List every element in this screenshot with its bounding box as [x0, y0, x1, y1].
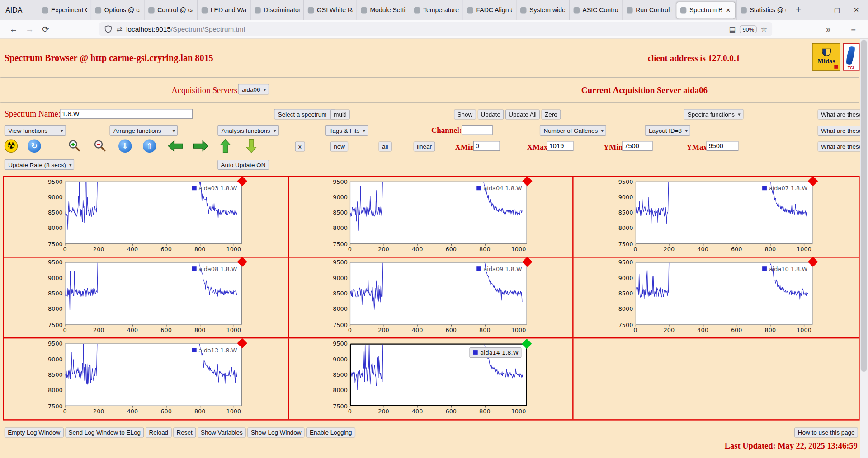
expand-icon[interactable]: ⇑	[143, 140, 156, 153]
spectrum-cell-aida13[interactable]: 75008000850090009500aida13 1.8.W02004006…	[4, 338, 289, 419]
plot-area[interactable]: aida04 1.8.W	[350, 181, 527, 243]
next-arrow-icon[interactable]	[193, 140, 208, 151]
enable-logging-button[interactable]: Enable Logging	[307, 428, 355, 438]
new-button[interactable]: new	[330, 141, 348, 151]
spectrum-chart-aida07[interactable]: 75008000850090009500aida07 1.8.W02004006…	[619, 181, 814, 252]
back-icon[interactable]: ←	[5, 24, 22, 34]
browser-tab[interactable]: Module Settin	[357, 0, 410, 20]
xmin-input[interactable]	[473, 141, 500, 151]
update-button[interactable]: Update	[477, 109, 504, 119]
multi-button[interactable]: multi	[330, 109, 350, 119]
browser-tab[interactable]: Options @ car	[91, 0, 144, 20]
number-of-galleries-dropdown[interactable]: Number of Galleries▾	[540, 125, 606, 136]
ymax-input[interactable]	[706, 141, 738, 151]
minimize-icon[interactable]: ─	[816, 6, 821, 14]
browser-tab[interactable]: System wide C	[516, 0, 570, 20]
plot-area[interactable]: aida07 1.8.W	[635, 181, 812, 243]
refresh-globe-icon[interactable]: ↻	[28, 140, 41, 153]
plot-area[interactable]: aida03 1.8.W	[65, 181, 242, 243]
zoom-level-badge[interactable]: 90%	[740, 25, 757, 33]
browser-tab[interactable]: ASIC Control (	[569, 0, 623, 20]
zero-button[interactable]: Zero	[542, 109, 561, 119]
forward-icon[interactable]: →	[22, 24, 38, 34]
down-arrow-icon[interactable]	[246, 139, 257, 153]
x-button[interactable]: x	[295, 141, 305, 151]
browser-tab[interactable]: FADC Align &	[463, 0, 516, 20]
menu-icon[interactable]: ≡	[845, 24, 862, 34]
zoom-out-icon[interactable]	[93, 139, 108, 153]
spectrum-chart-aida03[interactable]: 75008000850090009500aida03 1.8.W02004006…	[48, 181, 243, 252]
plot-area[interactable]: aida08 1.8.W	[65, 262, 242, 324]
arrange-functions-dropdown[interactable]: Arrange functions▾	[109, 125, 178, 136]
spectrum-cell-aida07[interactable]: 75008000850090009500aida07 1.8.W02004006…	[574, 177, 859, 258]
plot-area[interactable]: aida09 1.8.W	[350, 262, 527, 324]
spectrum-cell-aida09[interactable]: 75008000850090009500aida09 1.8.W02004006…	[289, 258, 574, 339]
spectrum-cell-aida08[interactable]: 75008000850090009500aida08 1.8.W02004006…	[4, 258, 289, 339]
browser-tab[interactable]: Control @ car	[144, 0, 198, 20]
url-bar[interactable]: ⇄ localhost:8015/Spectrum/Spectrum.tml ▤…	[99, 22, 772, 36]
view-functions-dropdown[interactable]: View functions▾	[5, 125, 66, 136]
browser-tab[interactable]: Statistics @ ca	[736, 0, 790, 20]
update-rate-dropdown[interactable]: Update Rate (8 secs)▾	[5, 159, 75, 170]
spectrum-chart-aida10[interactable]: 75008000850090009500aida10 1.8.W02004006…	[619, 262, 814, 333]
collapse-icon[interactable]: ⇓	[118, 140, 132, 153]
plot-area[interactable]: aida13 1.8.W	[65, 343, 242, 406]
midas-logo[interactable]: Midas	[812, 43, 840, 71]
browser-tab[interactable]: Temperature a	[410, 0, 463, 20]
reload-icon[interactable]: ⟳	[38, 24, 54, 34]
browser-tab[interactable]: Experiment Co	[38, 0, 91, 20]
how-to-use-button[interactable]: How to use this page	[794, 428, 858, 438]
reload-button[interactable]: Reload	[146, 428, 171, 438]
plot-area[interactable]: aida10 1.8.W	[635, 262, 812, 324]
zoom-in-icon[interactable]	[67, 139, 82, 153]
spectrum-cell-aida10[interactable]: 75008000850090009500aida10 1.8.W02004006…	[574, 258, 859, 339]
spectrum-chart-aida08[interactable]: 75008000850090009500aida08 1.8.W02004006…	[48, 262, 243, 333]
new-tab-button[interactable]: +	[790, 5, 807, 15]
bookmark-star-icon[interactable]: ☆	[761, 25, 767, 33]
prev-arrow-icon[interactable]	[168, 140, 183, 151]
ymin-input[interactable]	[622, 141, 652, 151]
radiation-icon[interactable]: ☢	[5, 140, 18, 153]
auto-update-button[interactable]: Auto Update ON	[217, 160, 269, 170]
maximize-icon[interactable]: ▢	[834, 6, 840, 14]
reader-mode-icon[interactable]: ▤	[729, 25, 736, 33]
tags-fits-dropdown[interactable]: Tags & Fits▾	[326, 125, 368, 136]
all-button[interactable]: all	[379, 141, 392, 151]
spectrum-cell-aida03[interactable]: 75008000850090009500aida03 1.8.W02004006…	[4, 177, 289, 258]
spectrum-name-input[interactable]	[60, 109, 193, 119]
channel-input[interactable]	[462, 125, 493, 135]
acquisition-server-select[interactable]: aida06▾	[238, 84, 269, 94]
analysis-functions-dropdown[interactable]: Analysis functions▾	[217, 125, 278, 136]
browser-tab[interactable]: Discriminator	[250, 0, 304, 20]
layout-id-dropdown[interactable]: Layout ID=8▾	[645, 125, 691, 136]
xmax-input[interactable]	[547, 141, 574, 151]
scrollbar-thumb[interactable]	[861, 40, 867, 372]
select-spectrum-dropdown[interactable]: Select a spectrum▾	[274, 109, 335, 119]
show-variables-button[interactable]: Show Variables	[198, 428, 246, 438]
tab-close-icon[interactable]: ×	[725, 6, 731, 14]
reset-button[interactable]: Reset	[173, 428, 196, 438]
spectrum-chart-aida13[interactable]: 75008000850090009500aida13 1.8.W02004006…	[48, 343, 243, 415]
spectra-functions-dropdown[interactable]: Spectra functions▾	[684, 109, 743, 119]
shield-icon[interactable]	[104, 25, 112, 33]
up-arrow-icon[interactable]	[220, 139, 231, 153]
browser-tab[interactable]: GSI White Rab	[303, 0, 357, 20]
spectrum-chart-aida09[interactable]: 75008000850090009500aida09 1.8.W02004006…	[333, 262, 528, 333]
plot-area[interactable]: aida14 1.8.W	[350, 343, 527, 406]
browser-tab-active[interactable]: Spectrum Br×	[677, 2, 736, 18]
spectrum-cell-aida04[interactable]: 75008000850090009500aida04 1.8.W02004006…	[289, 177, 574, 258]
scrollbar[interactable]	[860, 39, 868, 458]
update-all-button[interactable]: Update All	[505, 109, 540, 119]
show-button[interactable]: Show	[454, 109, 476, 119]
tcl-logo[interactable]: TCL	[843, 43, 860, 71]
url-text[interactable]: localhost:8015/Spectrum/Spectrum.tml	[126, 25, 245, 33]
connection-icon[interactable]: ⇄	[116, 25, 122, 33]
spectrum-chart-aida14[interactable]: 75008000850090009500aida14 1.8.W02004006…	[333, 343, 528, 415]
send-log-window-to-elog-button[interactable]: Send Log Window to ELog	[65, 428, 144, 438]
show-log-window-button[interactable]: Show Log Window	[248, 428, 305, 438]
close-icon[interactable]: ✕	[854, 6, 859, 14]
empty-log-window-button[interactable]: Empty Log Window	[5, 428, 64, 438]
spectrum-cell-aida14[interactable]: 75008000850090009500aida14 1.8.W02004006…	[289, 338, 574, 419]
browser-tab[interactable]: LED and Wave	[197, 0, 250, 20]
spectrum-chart-aida04[interactable]: 75008000850090009500aida04 1.8.W02004006…	[333, 181, 528, 252]
